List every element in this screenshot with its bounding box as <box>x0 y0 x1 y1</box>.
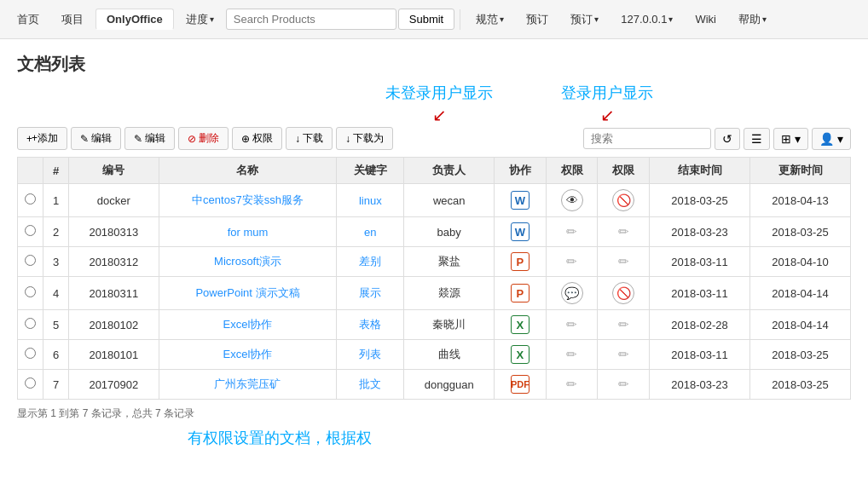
nav-home[interactable]: 首页 <box>7 9 49 31</box>
row-radio-cell[interactable] <box>18 217 43 247</box>
row-radio[interactable] <box>25 225 36 236</box>
row-keyword[interactable]: 表格 <box>337 310 404 340</box>
row-keyword[interactable]: linux <box>337 184 404 217</box>
row-perm-guest[interactable]: ✏ <box>546 340 598 370</box>
row-keyword[interactable]: 差别 <box>337 247 404 277</box>
nav-prebook2[interactable]: 预订 ▾ <box>560 9 609 31</box>
row-name[interactable]: for mum <box>159 217 337 247</box>
row-collab-icon[interactable]: PDF <box>495 370 547 400</box>
row-name-link[interactable]: Microsoft演示 <box>214 255 281 268</box>
row-radio-cell[interactable] <box>18 310 43 340</box>
list-view-button[interactable]: ☰ <box>744 128 770 150</box>
row-name[interactable]: 广州东莞压矿 <box>159 370 337 400</box>
eye-slash-icon[interactable]: 🚫 <box>612 282 634 304</box>
row-keyword[interactable]: en <box>337 217 404 247</box>
row-name-link[interactable]: Excel协作 <box>223 348 273 360</box>
row-name-link[interactable]: PowerPoint 演示文稿 <box>195 286 299 299</box>
row-keyword-link[interactable]: en <box>364 226 376 239</box>
row-name[interactable]: Excel协作 <box>159 340 337 370</box>
row-radio-cell[interactable] <box>18 184 43 217</box>
row-keyword-link[interactable]: 列表 <box>359 348 381 360</box>
row-perm-guest[interactable]: ✏ <box>546 217 598 247</box>
eye-icon[interactable]: 👁 <box>561 189 583 211</box>
table-search-input[interactable] <box>583 128 711 149</box>
nav-prebook[interactable]: 预订 <box>516 9 558 31</box>
row-name-link[interactable]: for mum <box>228 226 269 239</box>
row-keyword-link[interactable]: 批文 <box>359 377 381 390</box>
edit2-button[interactable]: ✎ 编辑 <box>124 127 175 150</box>
row-keyword[interactable]: 列表 <box>337 340 404 370</box>
row-name[interactable]: 中centos7安装ssh服务 <box>159 184 337 217</box>
add-button[interactable]: + +添加 <box>17 127 67 150</box>
download-button[interactable]: ↓ 下载 <box>286 127 333 150</box>
perm-button[interactable]: ⊕ 权限 <box>232 127 282 150</box>
row-radio[interactable] <box>25 193 36 205</box>
row-name[interactable]: PowerPoint 演示文稿 <box>159 277 337 310</box>
row-name[interactable]: Excel协作 <box>159 310 337 340</box>
row-name-link[interactable]: 中centos7安装ssh服务 <box>192 193 304 206</box>
row-perm-user[interactable]: ✏ <box>598 217 650 247</box>
nav-project[interactable]: 项目 <box>51 9 94 31</box>
nav-wiki[interactable]: Wiki <box>685 9 726 29</box>
comment-icon[interactable]: 💬 <box>561 282 583 304</box>
row-perm-guest[interactable]: ✏ <box>546 370 598 400</box>
row-perm-guest[interactable]: 👁 <box>546 184 598 217</box>
nav-spec[interactable]: 规范 ▾ <box>466 9 514 31</box>
row-perm-user[interactable]: 🚫 <box>598 184 650 217</box>
row-radio[interactable] <box>25 286 36 297</box>
pencil-icon[interactable]: ✏ <box>618 317 629 331</box>
row-keyword-link[interactable]: 展示 <box>359 286 381 299</box>
row-perm-user[interactable]: ✏ <box>598 340 650 370</box>
delete-button[interactable]: ⊘ 删除 <box>178 127 229 150</box>
row-radio[interactable] <box>25 255 36 266</box>
grid-view-button[interactable]: ⊞ ▾ <box>773 128 808 150</box>
row-collab-icon[interactable]: P <box>495 277 547 310</box>
pencil-icon[interactable]: ✏ <box>618 347 629 361</box>
pencil-icon[interactable]: ✏ <box>566 224 577 239</box>
row-perm-guest[interactable]: ✏ <box>546 310 598 340</box>
row-perm-guest[interactable]: ✏ <box>546 247 598 277</box>
nav-onlyoffice[interactable]: OnlyOffice <box>95 9 174 30</box>
row-collab-icon[interactable]: W <box>495 184 547 217</box>
edit1-button[interactable]: ✎ 编辑 <box>71 127 121 150</box>
row-collab-icon[interactable]: W <box>495 217 547 247</box>
row-radio[interactable] <box>25 348 36 359</box>
pencil-icon[interactable]: ✏ <box>618 377 629 391</box>
row-radio-cell[interactable] <box>18 277 43 310</box>
pencil-icon[interactable]: ✏ <box>566 347 577 361</box>
row-perm-user[interactable]: ✏ <box>598 370 650 400</box>
row-keyword[interactable]: 批文 <box>337 370 404 400</box>
pencil-icon[interactable]: ✏ <box>566 254 577 268</box>
pencil-icon[interactable]: ✏ <box>618 224 629 239</box>
row-collab-icon[interactable]: P <box>495 247 547 277</box>
row-keyword-link[interactable]: linux <box>359 194 382 207</box>
row-radio[interactable] <box>25 377 36 389</box>
row-perm-user[interactable]: 🚫 <box>598 277 650 310</box>
row-name-link[interactable]: Excel协作 <box>223 318 273 331</box>
export-button[interactable]: 👤 ▾ <box>812 128 851 150</box>
nav-help[interactable]: 帮助 ▾ <box>728 9 777 31</box>
row-radio-cell[interactable] <box>18 370 43 400</box>
row-radio[interactable] <box>25 318 36 329</box>
row-radio-cell[interactable] <box>18 247 43 277</box>
row-keyword-link[interactable]: 差别 <box>359 255 381 268</box>
row-perm-user[interactable]: ✏ <box>598 247 650 277</box>
submit-button[interactable]: Submit <box>398 9 454 30</box>
row-keyword[interactable]: 展示 <box>337 277 404 310</box>
row-keyword-link[interactable]: 表格 <box>359 318 381 331</box>
eye-slash-icon[interactable]: 🚫 <box>612 189 634 211</box>
row-name[interactable]: Microsoft演示 <box>159 247 337 277</box>
nav-progress[interactable]: 进度 ▾ <box>176 9 224 31</box>
refresh-button[interactable]: ↺ <box>715 128 740 150</box>
row-radio-cell[interactable] <box>18 340 43 370</box>
pencil-icon[interactable]: ✏ <box>566 317 577 331</box>
search-input[interactable] <box>226 9 396 30</box>
pencil-icon[interactable]: ✏ <box>566 377 577 391</box>
row-collab-icon[interactable]: X <box>495 340 547 370</box>
row-collab-icon[interactable]: X <box>495 310 547 340</box>
nav-ip[interactable]: 127.0.0.1 ▾ <box>610 9 683 29</box>
pencil-icon[interactable]: ✏ <box>618 254 629 268</box>
row-perm-user[interactable]: ✏ <box>598 310 650 340</box>
row-perm-guest[interactable]: 💬 <box>546 277 598 310</box>
row-name-link[interactable]: 广州东莞压矿 <box>214 377 281 390</box>
